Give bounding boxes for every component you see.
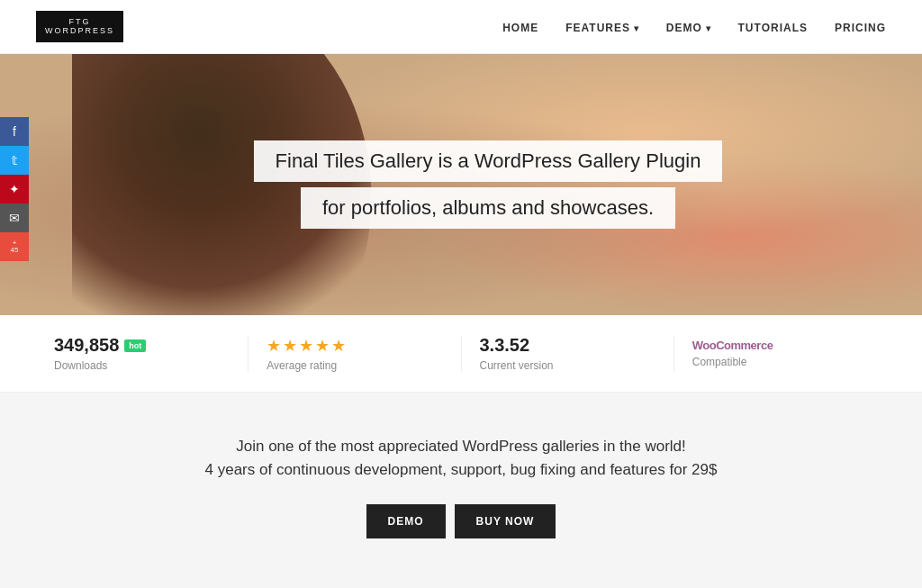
- plus-button[interactable]: + 45: [0, 232, 29, 261]
- navbar: FTG WORDPRESS HOME FEATURES DEMO TUTORIA…: [0, 0, 922, 54]
- twitter-button[interactable]: 𝕥: [0, 146, 29, 175]
- hero-section: Final Tiles Gallery is a WordPress Galle…: [0, 54, 922, 315]
- woo-text: WooCommerce: [692, 339, 773, 352]
- rating-label: Average rating: [267, 359, 337, 372]
- version-value: 3.3.52: [480, 335, 530, 356]
- hero-headline-1: Final Tiles Gallery is a WordPress Galle…: [254, 140, 723, 182]
- nav-links: HOME FEATURES DEMO TUTORIALS PRICING: [502, 19, 886, 35]
- hot-badge: hot: [124, 339, 146, 352]
- stat-woo: WooCommerce Compatible: [692, 339, 868, 368]
- downloads-value-wrapper: 349,858 hot: [54, 335, 146, 356]
- hero-text-overlay: Final Tiles Gallery is a WordPress Galle…: [254, 140, 723, 229]
- nav-home[interactable]: HOME: [502, 22, 538, 34]
- hero-headline-2: for portfolios, albums and showcases.: [301, 187, 675, 229]
- email-button[interactable]: ✉: [0, 204, 29, 232]
- logo-line2: WORDPRESS: [45, 27, 114, 36]
- logo[interactable]: FTG WORDPRESS: [36, 11, 123, 43]
- stat-divider-3: [673, 336, 674, 372]
- stat-version: 3.3.52 Current version: [480, 335, 655, 372]
- demo-button[interactable]: DEMO: [366, 504, 446, 538]
- downloads-label: Downloads: [54, 359, 107, 372]
- woocommerce-logo: WooCommerce: [692, 339, 773, 352]
- facebook-button[interactable]: f: [0, 117, 29, 146]
- nav-demo[interactable]: DEMO: [666, 22, 711, 34]
- stat-divider-2: [461, 336, 462, 372]
- stats-bar: 349,858 hot Downloads ★★★★★ Average rati…: [0, 315, 922, 393]
- promo-line2: 4 years of continuous development, suppo…: [36, 461, 886, 479]
- buy-now-button[interactable]: BUY NOW: [455, 504, 556, 538]
- stat-downloads: 349,858 hot Downloads: [54, 335, 230, 372]
- promo-line1: Join one of the most appreciated WordPre…: [36, 438, 886, 456]
- stat-divider-1: [248, 336, 249, 372]
- nav-pricing[interactable]: PRICING: [835, 22, 886, 34]
- promo-section: Join one of the most appreciated WordPre…: [0, 393, 922, 574]
- nav-tutorials[interactable]: TUTORIALS: [738, 22, 808, 34]
- downloads-number: 349,858: [54, 335, 119, 356]
- features-section: MAIN FEATURES: [0, 574, 922, 588]
- nav-features[interactable]: FEATURES: [565, 22, 639, 34]
- social-sidebar: f 𝕥 ✦ ✉ + 45: [0, 117, 29, 261]
- plus-count: 45: [11, 247, 19, 254]
- woo-compatible-label: Compatible: [692, 356, 747, 368]
- pinterest-button[interactable]: ✦: [0, 175, 29, 204]
- version-label: Current version: [480, 359, 554, 372]
- rating-stars: ★★★★★: [267, 336, 348, 356]
- stat-rating: ★★★★★ Average rating: [267, 336, 442, 372]
- promo-buttons: DEMO BUY NOW: [36, 504, 886, 538]
